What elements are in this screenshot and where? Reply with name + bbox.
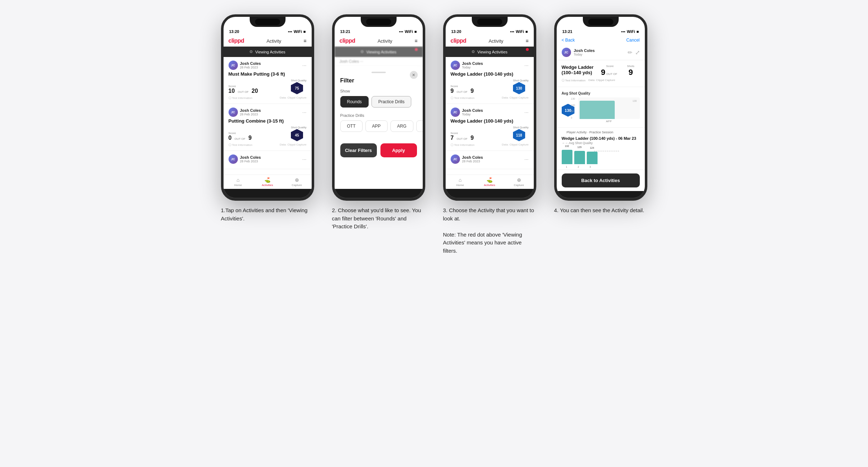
modal-handle <box>371 72 386 73</box>
activity-card-3-1[interactable]: JC Josh Coles Today ··· Wedge Ladder (10… <box>446 104 534 151</box>
sq-label-1-1: Shot Quality <box>291 126 307 129</box>
status-icons-3: ▪▪▪ WiFi ■ <box>510 29 528 34</box>
activity-card-3-2[interactable]: JC Josh Coles 28 Feb 2023 ··· <box>446 151 534 169</box>
modal-close-btn[interactable]: ✕ <box>410 71 418 79</box>
activity-card-1-2[interactable]: JC Josh Coles 28 Feb 2023 ··· <box>224 151 312 169</box>
nav-capture-3[interactable]: ⊕ Capture <box>504 175 534 189</box>
viewing-banner-2[interactable]: ⚙ Viewing Activities <box>335 47 423 57</box>
score-val-1-1: 0 <box>229 135 232 141</box>
user-name-3-1: Josh Coles <box>462 108 483 113</box>
rounds-filter-btn[interactable]: Rounds <box>340 96 369 108</box>
app-logo-2: clippd <box>340 38 355 44</box>
avatar-1-2: JC <box>229 154 238 164</box>
avg-shot-quality-card: Avg Shot Quality 130 130 100 50 0 <box>557 87 645 128</box>
detail-action-icons: ✏ ⤢ <box>628 49 640 56</box>
avatar-3-0: JC <box>451 61 460 70</box>
nav-activities-3[interactable]: ⛳ Activities <box>475 175 504 189</box>
banner-text-3: Viewing Activities <box>477 50 507 54</box>
avatar-3-1: JC <box>451 108 460 117</box>
detail-score-card: Wedge Ladder(100–140 yds) Score 9 OUT OF <box>557 60 645 87</box>
menu-icon-3[interactable]: ≡ <box>526 38 528 44</box>
three-dots-1-0[interactable]: ··· <box>302 62 307 68</box>
stats-row-1-1: Score 0 OUT OF 9 Shot Quality 45 <box>229 126 307 141</box>
avatar-1-1: JC <box>229 108 238 117</box>
status-bar-4: 13:21 ▪▪▪ WiFi ■ <box>557 28 645 35</box>
nav-activities-1[interactable]: ⛳ Activities <box>253 175 282 189</box>
red-dot-2 <box>415 48 418 51</box>
nav-home-1[interactable]: ⌂ Home <box>224 175 253 189</box>
activities-label-1: Activities <box>262 184 273 187</box>
filter-actions: Clear Filters Apply <box>340 138 417 157</box>
clear-filters-btn[interactable]: Clear Filters <box>340 143 377 157</box>
activity-card-3-0[interactable]: JC Josh Coles Today ··· Wedge Ladder (10… <box>446 57 534 104</box>
avatar-1-0: JC <box>229 61 238 70</box>
activity-card-1-1[interactable]: JC Josh Coles 28 Feb 2023 ··· Putting Co… <box>224 104 312 151</box>
sq-label-1-0: Shot Quality <box>291 79 307 82</box>
detail-header: < Back Cancel <box>557 35 645 45</box>
user-name-3-0: Josh Coles <box>462 61 483 66</box>
phone-screen-4: 13:21 ▪▪▪ WiFi ■ < Back Cancel JC <box>557 17 645 191</box>
shots-col: Shots 9 <box>622 65 640 77</box>
phone-section-4: 13:21 ▪▪▪ WiFi ■ < Back Cancel JC <box>551 14 651 215</box>
activity-card-1-0[interactable]: JC Josh Coles 28 Feb 2023 ··· Must Make … <box>224 57 312 104</box>
mini-chart-area: 130 <box>578 97 640 119</box>
back-to-activities-btn[interactable]: Back to Activities <box>562 173 640 187</box>
banner-text-1: Viewing Activities <box>255 50 285 54</box>
ott-btn[interactable]: OTT <box>340 120 363 132</box>
user-info-1-2: JC Josh Coles 28 Feb 2023 <box>229 154 261 164</box>
description-3: 3. Choose the Activity that you want to … <box>443 206 536 255</box>
user-name-1-1: Josh Coles <box>240 108 261 113</box>
description-1: 1.Tap on Activities and then 'Viewing Ac… <box>221 206 314 223</box>
menu-icon-1[interactable]: ≡ <box>303 38 306 44</box>
phone-notch-1 <box>250 17 286 27</box>
practice-drills-label: Practice Drills <box>340 113 417 118</box>
expand-icon[interactable]: ⤢ <box>635 49 640 56</box>
stats-row-3-1: Score 7 OUT OF 9 Shot Quality 118 <box>451 126 529 141</box>
app-title-3: Activity <box>489 38 503 44</box>
status-icons-4: ▪▪▪ WiFi ■ <box>621 29 639 34</box>
arg-btn[interactable]: ARG <box>390 120 413 132</box>
nav-capture-1[interactable]: ⊕ Capture <box>282 175 312 189</box>
detail-user-date: Today <box>574 53 595 56</box>
phone-notch-2 <box>361 17 397 27</box>
score-col: Score 9 OUT OF <box>601 65 619 77</box>
stats-row-1-0: Score 10 OUT OF 20 Shot Quality 75 <box>229 79 307 94</box>
user-info-1-0: JC Josh Coles 28 Feb 2023 <box>229 61 261 70</box>
phone-screen-3: 13:20 ▪▪▪ WiFi ■ clippd Activity ≡ ⚙ V <box>446 17 534 189</box>
user-date-1-1: 28 Feb 2023 <box>240 113 261 116</box>
status-icons-1: ▪▪▪ WiFi ■ <box>288 29 306 34</box>
player-activity-label: Player Activity · Practice Session <box>562 129 640 135</box>
nav-home-3[interactable]: ⌂ Home <box>446 175 475 189</box>
phone-frame-2: 13:21 ▪▪▪ WiFi ■ clippd Activity ≡ ⚙ V <box>332 14 425 201</box>
status-icons-2: ▪▪▪ WiFi ■ <box>399 29 417 34</box>
phone-screen-1: 13:20 ▪▪▪ WiFi ■ clippd Activity ≡ ⚙ V <box>224 17 312 189</box>
app-header-3: clippd Activity ≡ <box>446 35 534 47</box>
putt-btn[interactable]: PUTT <box>416 120 425 132</box>
status-time-4: 13:21 <box>562 29 572 34</box>
description-4: 4. You can then see the Activity detail. <box>554 206 647 215</box>
bar-3: 124 <box>587 152 598 164</box>
three-dots-3-0[interactable]: ··· <box>524 62 529 68</box>
sq-badge-3-1: 118 <box>513 129 525 141</box>
battery-icon-2: ■ <box>414 29 417 34</box>
viewing-banner-3[interactable]: ⚙ Viewing Activities <box>446 47 534 57</box>
drill-btn-group: OTT APP ARG PUTT <box>340 120 417 132</box>
red-dot-3 <box>526 48 529 51</box>
activity-title-3-1: Wedge Ladder (100-140 yds) <box>451 118 529 124</box>
capture-icon-1: ⊕ <box>295 177 299 183</box>
back-btn[interactable]: < Back <box>562 38 575 43</box>
app-btn[interactable]: APP <box>365 120 388 132</box>
user-info-1-1: JC Josh Coles 28 Feb 2023 <box>229 108 261 117</box>
card-footer-1-0: ⓘ Test Information Data: Clippd Capture <box>229 96 307 100</box>
viewing-banner-1[interactable]: ⚙ Viewing Activities <box>224 47 312 57</box>
three-dots-1-2[interactable]: ··· <box>302 156 307 162</box>
practice-drills-filter-btn[interactable]: Practice Drills <box>371 96 411 108</box>
activity-link-title[interactable]: Wedge Ladder (100-140 yds) - 06 Mar 23 <box>562 135 640 141</box>
three-dots-3-1[interactable]: ··· <box>524 109 529 115</box>
apply-btn[interactable]: Apply <box>380 143 417 157</box>
activities-icon-1: ⛳ <box>264 177 270 183</box>
cancel-btn[interactable]: Cancel <box>626 38 639 43</box>
menu-icon-2[interactable]: ≡ <box>414 38 417 44</box>
three-dots-1-1[interactable]: ··· <box>302 109 307 115</box>
edit-icon[interactable]: ✏ <box>628 49 632 56</box>
